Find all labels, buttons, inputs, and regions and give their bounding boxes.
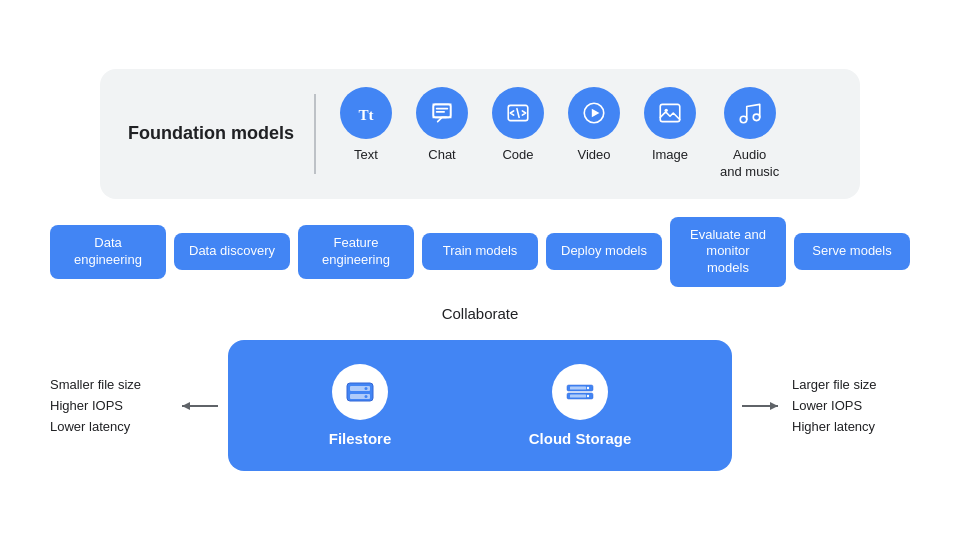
cloud-storage-label: Cloud Storage	[529, 430, 632, 447]
model-item-video: Video	[568, 87, 620, 164]
label-larger-file-size: Larger file size	[792, 377, 910, 392]
model-label-code: Code	[502, 147, 533, 164]
audio-icon	[724, 87, 776, 139]
svg-rect-1	[433, 104, 450, 117]
svg-text:Tt: Tt	[358, 105, 373, 122]
model-label-video: Video	[577, 147, 610, 164]
svg-point-23	[587, 387, 589, 389]
svg-point-11	[753, 114, 760, 121]
svg-marker-26	[770, 402, 778, 410]
left-arrow-container	[180, 399, 220, 413]
svg-rect-21	[570, 387, 586, 390]
model-label-audio: Audio and music	[720, 147, 779, 181]
label-lower-latency: Lower latency	[50, 419, 172, 434]
image-icon	[644, 87, 696, 139]
pipeline-row: Data engineering Data discovery Feature …	[50, 217, 910, 288]
text-icon: Tt	[340, 87, 392, 139]
model-item-audio: Audio and music	[720, 87, 779, 181]
video-icon	[568, 87, 620, 139]
cloud-storage-icon-circle	[552, 364, 608, 420]
model-item-chat: Chat	[416, 87, 468, 164]
svg-line-5	[517, 108, 519, 117]
svg-point-10	[740, 116, 747, 123]
right-arrow-container	[740, 399, 780, 413]
filestore-item: Filestore	[329, 364, 392, 447]
svg-point-17	[365, 387, 368, 390]
pipeline-serve-models[interactable]: Serve models	[794, 233, 910, 270]
collaborate-label: Collaborate	[442, 305, 519, 322]
pipeline-evaluate-monitor[interactable]: Evaluate and monitor models	[670, 217, 786, 288]
svg-rect-22	[570, 395, 586, 398]
pipeline-feature-engineering[interactable]: Feature engineering	[298, 225, 414, 279]
model-label-chat: Chat	[428, 147, 455, 164]
filestore-icon-circle	[332, 364, 388, 420]
storage-section: Smaller file size Higher IOPS Lower late…	[50, 340, 910, 471]
svg-marker-7	[592, 108, 600, 117]
svg-marker-13	[182, 402, 190, 410]
arrow-right-icon	[740, 399, 780, 413]
foundation-divider	[314, 94, 316, 174]
label-lower-iops: Lower IOPS	[792, 398, 910, 413]
pipeline-data-engineering[interactable]: Data engineering	[50, 225, 166, 279]
filestore-icon	[343, 375, 377, 409]
storage-right-labels: Larger file size Lower IOPS Higher laten…	[780, 377, 910, 434]
label-higher-iops: Higher IOPS	[50, 398, 172, 413]
model-item-image: Image	[644, 87, 696, 164]
pipeline-deploy-models[interactable]: Deploy models	[546, 233, 662, 270]
svg-point-18	[365, 395, 368, 398]
code-icon	[492, 87, 544, 139]
pipeline-data-discovery[interactable]: Data discovery	[174, 233, 290, 270]
storage-left-labels: Smaller file size Higher IOPS Lower late…	[50, 377, 180, 434]
foundation-title: Foundation models	[128, 122, 314, 145]
model-item-code: Code	[492, 87, 544, 164]
model-icons: Tt Text Chat	[340, 87, 779, 181]
label-higher-latency: Higher latency	[792, 419, 910, 434]
cloud-storage-item: Cloud Storage	[529, 364, 632, 447]
arrow-left-icon	[180, 399, 220, 413]
svg-point-24	[587, 395, 589, 397]
cloud-storage-icon	[563, 375, 597, 409]
chat-icon	[416, 87, 468, 139]
filestore-label: Filestore	[329, 430, 392, 447]
svg-rect-8	[660, 104, 680, 121]
model-label-image: Image	[652, 147, 688, 164]
model-item-text: Tt Text	[340, 87, 392, 164]
model-label-text: Text	[354, 147, 378, 164]
storage-box: Filestore Cloud Storage	[228, 340, 732, 471]
label-smaller-file-size: Smaller file size	[50, 377, 172, 392]
foundation-section: Foundation models Tt Text	[100, 69, 860, 199]
main-container: Foundation models Tt Text	[20, 69, 940, 471]
pipeline-train-models[interactable]: Train models	[422, 233, 538, 270]
